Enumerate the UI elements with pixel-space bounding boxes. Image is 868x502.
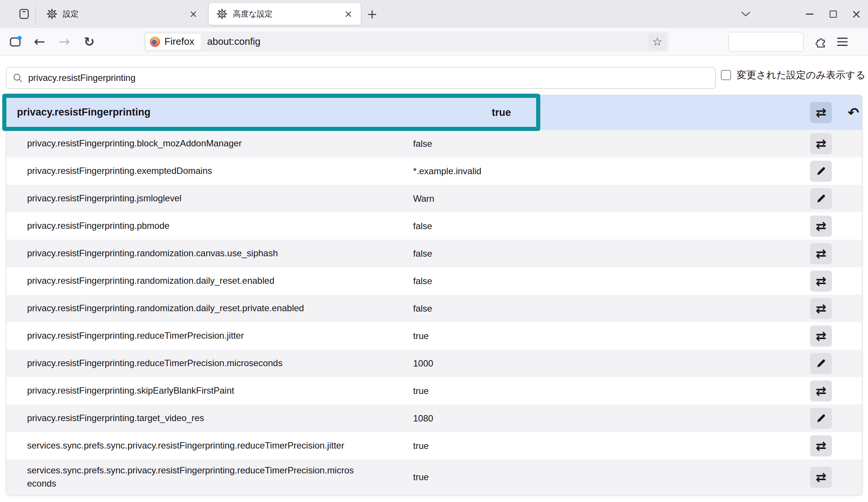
- pref-value: 1000: [413, 358, 433, 369]
- close-window-button[interactable]: ×: [845, 0, 868, 28]
- preferences-table: privacy.resistFingerprinting true privac…: [6, 95, 862, 495]
- pref-value: *.example.invalid: [413, 166, 481, 176]
- pref-row[interactable]: privacy.resistFingerprinting.reduceTimer…: [6, 350, 862, 377]
- maximize-icon: [830, 11, 837, 18]
- toggle-icon: [816, 438, 827, 453]
- pref-row[interactable]: privacy.resistFingerprinting.randomizati…: [6, 240, 862, 267]
- toggle-pref-button[interactable]: [810, 271, 832, 292]
- edit-pref-button[interactable]: [810, 408, 832, 429]
- toggle-pref-button[interactable]: [810, 133, 832, 154]
- pencil-icon: [816, 413, 826, 424]
- firefox-view-icon: [9, 35, 22, 48]
- config-filter-row: privacy.resistFingerprinting 変更された設定のみ表示…: [0, 56, 868, 95]
- back-button[interactable]: ←: [30, 32, 49, 51]
- minimize-button[interactable]: [798, 0, 821, 28]
- identity-chip[interactable]: Firefox: [146, 33, 201, 50]
- tab-advanced-settings[interactable]: 高度な設定 ×: [209, 3, 361, 25]
- pref-row[interactable]: privacy.resistFingerprinting.block_mozAd…: [6, 130, 862, 157]
- forward-icon: →: [59, 35, 70, 49]
- toolbar-search-field[interactable]: [728, 32, 804, 52]
- tab-settings[interactable]: 設定 ×: [39, 3, 206, 25]
- toggle-icon: [816, 136, 827, 151]
- firefox-view-button[interactable]: [6, 32, 25, 51]
- toggle-icon: [816, 470, 827, 485]
- new-tab-button[interactable]: +: [363, 5, 381, 23]
- pref-row[interactable]: privacy.resistFingerprinting.reduceTimer…: [6, 322, 862, 350]
- pref-row[interactable]: services.sync.prefs.sync.privacy.resistF…: [6, 459, 862, 495]
- gear-icon: [216, 8, 228, 20]
- toggle-pref-button[interactable]: [810, 243, 832, 264]
- tab-overview-button[interactable]: [14, 3, 35, 24]
- pref-name: privacy.resistFingerprinting.jsmloglevel: [27, 192, 181, 205]
- pref-row-selected[interactable]: privacy.resistFingerprinting true: [6, 95, 862, 130]
- extensions-button[interactable]: [812, 32, 831, 51]
- toggle-icon: [816, 105, 827, 120]
- pref-name: privacy.resistFingerprinting.target_vide…: [27, 412, 204, 425]
- toggle-icon: [816, 246, 827, 261]
- pref-name: privacy.resistFingerprinting.reduceTimer…: [27, 357, 283, 370]
- pref-name: privacy.resistFingerprinting.exemptedDom…: [27, 164, 212, 178]
- puzzle-piece-icon: [815, 35, 828, 48]
- pref-value: false: [413, 248, 432, 259]
- pref-value: true: [413, 331, 429, 341]
- url-text: about:config: [207, 36, 649, 47]
- reset-pref-button[interactable]: [842, 102, 862, 123]
- pref-row[interactable]: privacy.resistFingerprinting.randomizati…: [6, 267, 862, 295]
- pref-value: false: [413, 276, 432, 286]
- toggle-pref-button[interactable]: [810, 326, 832, 347]
- url-bar[interactable]: Firefox about:config ☆: [144, 32, 669, 52]
- tab-label: 設定: [63, 9, 186, 19]
- pencil-icon: [816, 358, 826, 369]
- pref-search-input[interactable]: privacy.resistFingerprinting: [6, 67, 716, 89]
- close-tab-icon[interactable]: ×: [341, 7, 356, 21]
- chevron-down-icon: [741, 11, 760, 17]
- pref-name: privacy.resistFingerprinting.skipEarlyBl…: [27, 384, 234, 397]
- pref-row[interactable]: services.sync.prefs.sync.privacy.resistF…: [6, 432, 862, 459]
- pref-name: privacy.resistFingerprinting: [17, 105, 150, 120]
- pref-name: privacy.resistFingerprinting.pbmode: [27, 219, 169, 233]
- pref-row[interactable]: privacy.resistFingerprinting.skipEarlyBl…: [6, 377, 862, 405]
- toggle-pref-button[interactable]: [810, 216, 832, 237]
- toggle-pref-button[interactable]: [810, 467, 832, 488]
- pref-value: true: [413, 441, 429, 451]
- pref-value: false: [413, 303, 432, 314]
- pref-value: false: [413, 221, 432, 231]
- pref-row[interactable]: privacy.resistFingerprinting.exemptedDom…: [6, 157, 862, 185]
- navigation-toolbar: ← → ↻: [0, 28, 868, 56]
- reload-button[interactable]: ↻: [80, 32, 99, 51]
- back-icon: ←: [34, 35, 45, 49]
- toggle-icon: [816, 274, 827, 289]
- minimize-icon: [806, 14, 813, 15]
- maximize-button[interactable]: [821, 0, 845, 28]
- pref-name: privacy.resistFingerprinting.reduceTimer…: [27, 329, 244, 342]
- pref-row[interactable]: privacy.resistFingerprinting.randomizati…: [6, 295, 862, 322]
- pref-row[interactable]: privacy.resistFingerprinting.pbmode fals…: [6, 212, 862, 240]
- search-icon: [12, 73, 23, 83]
- pref-value: 1080: [413, 413, 433, 424]
- pref-row[interactable]: privacy.resistFingerprinting.target_vide…: [6, 405, 862, 432]
- edit-pref-button[interactable]: [810, 188, 832, 209]
- toggle-pref-button[interactable]: [810, 298, 832, 319]
- toggle-pref-button[interactable]: [810, 380, 832, 402]
- tab-label: 高度な設定: [233, 9, 341, 19]
- show-modified-only-checkbox[interactable]: [721, 70, 731, 80]
- tab-bar: 設定 × 高度な設定 × +: [0, 0, 868, 28]
- pref-name: privacy.resistFingerprinting.randomizati…: [27, 302, 304, 315]
- pencil-icon: [816, 193, 826, 204]
- close-tab-icon[interactable]: ×: [186, 7, 201, 21]
- toggle-icon: [816, 383, 827, 399]
- app-menu-button[interactable]: [833, 32, 852, 51]
- toggle-pref-button[interactable]: [810, 435, 832, 456]
- pref-name: services.sync.prefs.sync.privacy.resistF…: [27, 439, 344, 452]
- forward-button[interactable]: →: [55, 32, 74, 51]
- list-all-tabs-button[interactable]: [741, 4, 760, 24]
- show-modified-only-label: 変更された設定のみ表示する: [737, 68, 865, 82]
- edit-pref-button[interactable]: [810, 353, 832, 374]
- toggle-pref-button[interactable]: [810, 102, 832, 123]
- pref-name: privacy.resistFingerprinting.randomizati…: [27, 247, 278, 260]
- pref-row[interactable]: privacy.resistFingerprinting.jsmloglevel…: [6, 185, 862, 212]
- pencil-icon: [816, 166, 826, 176]
- edit-pref-button[interactable]: [810, 161, 832, 182]
- pref-name: privacy.resistFingerprinting.randomizati…: [27, 274, 274, 288]
- bookmark-star-icon[interactable]: ☆: [649, 33, 666, 50]
